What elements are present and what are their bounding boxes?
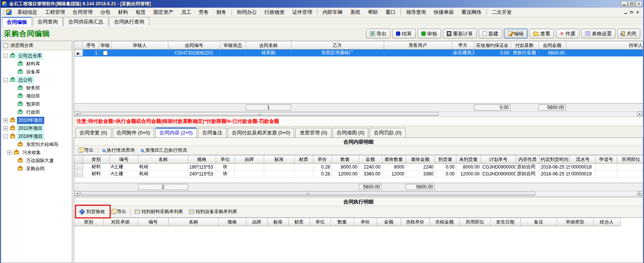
column-header[interactable]: 单价 — [313, 155, 331, 164]
column-header[interactable]: 内容性质 — [516, 155, 539, 164]
tree-item-wanda-tower[interactable]: 万达国际大厦 — [11, 157, 72, 165]
column-header[interactable]: 流水号 — [570, 155, 596, 164]
column-header[interactable]: 应收履约保证金 — [474, 41, 511, 50]
column-header[interactable]: 金额 — [359, 155, 382, 164]
audit-checkbox[interactable] — [103, 51, 108, 55]
menu-item[interactable]: 快捷单据 — [430, 8, 458, 17]
view-button[interactable]: 查看 — [529, 29, 554, 38]
column-header[interactable]: 备注 — [520, 218, 557, 226]
menu-item[interactable]: 二次开发 — [488, 8, 516, 17]
column-header[interactable]: 审核 — [99, 41, 111, 50]
column-header[interactable]: 合同编号 — [168, 41, 220, 50]
column-header[interactable]: 甲方 — [452, 41, 474, 50]
minimize-button[interactable] — [621, 1, 627, 7]
tab-contract-attachment[interactable]: 合同附件 (0+0) — [113, 128, 154, 137]
export-button[interactable]: 导出 — [366, 29, 390, 38]
tree-item-purchase-contract[interactable]: 采购合同 — [11, 165, 72, 173]
column-header[interactable]: 序号 — [83, 41, 99, 50]
column-header[interactable]: 对应单据 — [103, 218, 138, 226]
tree-item-company-warehouse[interactable]: -公司总仓库 — [3, 52, 72, 60]
column-header[interactable]: 合同名称 — [246, 41, 291, 50]
column-header[interactable]: 发生日期 — [490, 218, 520, 226]
menu-item[interactable]: 固定资产 — [150, 8, 177, 17]
exec-status-query-button[interactable]: 执行情况查询 — [100, 147, 136, 154]
detail-row[interactable]: 材料A土建机砖180*115*53块0.288000.002240.008000… — [74, 164, 643, 170]
menu-item[interactable]: 领导查询 — [402, 8, 430, 17]
tree-item-projects-2011[interactable]: +2011年项目 — [3, 124, 72, 132]
menu-item[interactable]: 合同管理 — [69, 8, 97, 17]
column-header[interactable]: 待审人 — [566, 41, 643, 50]
execution-export-button[interactable]: 导出 — [109, 208, 128, 215]
tree-item-sewage-collection[interactable]: +污水收集 — [7, 149, 72, 157]
menu-item[interactable]: 材料 — [114, 8, 132, 17]
column-header[interactable]: 标准 — [267, 218, 288, 226]
column-header[interactable]: 约定到货时间 — [539, 155, 570, 164]
scroll-thumb[interactable] — [80, 112, 439, 116]
column-header[interactable]: 标准 — [264, 155, 294, 164]
column-header[interactable]: 名称 — [168, 218, 218, 226]
collapse-icon[interactable]: - — [3, 54, 8, 58]
menu-item[interactable]: 重连网络 — [458, 8, 485, 17]
tree-item-projects-2018[interactable]: -2018年项目 — [3, 132, 72, 141]
maximize-button[interactable] — [628, 1, 635, 7]
collapse-icon[interactable]: - — [3, 78, 8, 82]
content-export-button[interactable]: 导出 — [77, 147, 95, 154]
column-header[interactable]: 含税金额 — [429, 218, 459, 226]
column-header[interactable]: 未到货量 — [456, 155, 481, 164]
column-header[interactable]: 类别 — [83, 155, 110, 164]
project-summary-query-button[interactable]: 按项目汇总执行情况 — [139, 147, 189, 154]
column-header[interactable]: 品牌 — [246, 218, 267, 226]
column-header[interactable]: 金额 — [377, 218, 401, 226]
tree-item-budget-dept[interactable]: 预算部 — [11, 100, 72, 108]
scroll-thumb[interactable] — [80, 192, 535, 195]
menu-item[interactable]: 系统 — [346, 8, 364, 17]
tree-item-material-store[interactable]: 材料库 — [11, 60, 72, 68]
column-header[interactable]: 类别 — [74, 218, 103, 226]
menu-item[interactable]: 基础信息 — [13, 8, 41, 17]
column-header[interactable]: 数量 — [331, 155, 359, 164]
column-header[interactable]: 计划单号 — [481, 155, 516, 164]
column-header[interactable]: 查看用户 — [384, 41, 452, 50]
detail-hscrollbar[interactable]: ◄ ► — [74, 191, 643, 196]
collapse-icon[interactable]: - — [3, 134, 8, 139]
edit-button[interactable]: 编辑 — [504, 29, 528, 38]
menu-item[interactable]: 员工 — [177, 8, 195, 17]
column-header[interactable]: 规格 — [218, 218, 246, 226]
menu-item[interactable]: 帮助 — [364, 8, 382, 17]
expand-icon[interactable]: + — [3, 126, 8, 131]
column-header[interactable]: 最终数量 — [382, 155, 406, 164]
column-header[interactable]: 品牌 — [235, 155, 264, 164]
expand-icon[interactable]: + — [3, 118, 8, 122]
column-header[interactable]: 编号 — [138, 218, 168, 226]
void-button[interactable]: ✕作废 — [556, 29, 579, 38]
column-header[interactable]: 编号 — [110, 155, 138, 164]
tree-item-finance-dept[interactable]: 财务部 — [11, 84, 72, 92]
menu-item[interactable]: 租赁 — [132, 8, 150, 17]
tab-execution-query[interactable]: 合同执行查询 — [109, 17, 149, 26]
column-header[interactable]: 合同金额 — [538, 41, 566, 50]
column-header[interactable]: 单位 — [310, 218, 331, 226]
column-header[interactable]: 材质 — [294, 155, 313, 164]
column-header[interactable]: 名称 — [138, 155, 188, 164]
menu-item[interactable]: 内部车辆 — [319, 8, 346, 17]
column-header[interactable]: 申请号 — [596, 155, 617, 164]
tab-contract-penalty[interactable]: 合同罚款 (0) — [369, 128, 406, 137]
menu-item[interactable]: 协同办公 — [233, 8, 261, 17]
column-header[interactable]: 规格 — [188, 155, 216, 164]
menu-item[interactable]: 证件管理 — [288, 8, 316, 17]
tree-item-project-dept[interactable]: 项目部 — [11, 92, 72, 100]
tree-item-projects-2010[interactable]: +2010年项目 — [3, 116, 72, 124]
new-button[interactable]: 新建 — [479, 29, 502, 38]
column-header[interactable]: 到货量 — [435, 155, 456, 164]
column-header[interactable]: 经办人 — [593, 218, 620, 226]
mdi-minimize-icon[interactable] — [624, 13, 627, 14]
detail-row[interactable]: 材料A土建机砖240*115*53块0.2812000.003360.00120… — [74, 170, 643, 177]
column-header[interactable]: 含税单价 — [401, 218, 429, 226]
column-header[interactable]: 最终金额 — [406, 155, 435, 164]
tree-item-admin-dept[interactable]: 行政部 — [11, 108, 72, 116]
grid-setup-button[interactable]: 表格设置 — [581, 29, 616, 38]
mdi-close-icon[interactable]: ✕ — [636, 10, 639, 15]
scroll-right-arrow[interactable]: ► — [637, 191, 643, 196]
tab-payment-invoice[interactable]: 合同付款及相关发票 (0+0) — [228, 128, 294, 137]
mdi-restore-icon[interactable] — [630, 11, 633, 13]
